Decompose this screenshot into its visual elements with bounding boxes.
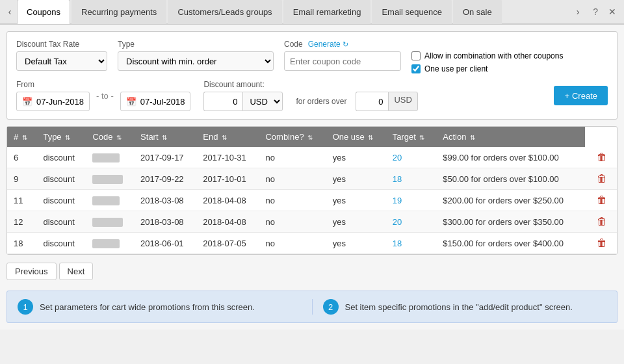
col-type[interactable]: Type ⇅ bbox=[36, 127, 86, 147]
cell-type: discount bbox=[36, 168, 86, 190]
calendar-icon-from: 📅 bbox=[22, 97, 32, 107]
discount-amount-input[interactable] bbox=[203, 92, 242, 111]
cell-start: 2018-03-08 bbox=[134, 190, 196, 211]
discount-amount-group: Discount amount: USD bbox=[203, 80, 283, 111]
col-action[interactable]: Action ⇅ bbox=[436, 127, 585, 147]
delete-icon[interactable]: 🗑 bbox=[597, 151, 607, 162]
from-date-value: 07-Jun-2018 bbox=[36, 97, 84, 107]
cell-target[interactable]: 20 bbox=[386, 147, 437, 168]
tab-email-sequence[interactable]: Email sequence bbox=[372, 0, 452, 24]
coupons-table: # ⇅Type ⇅Code ⇅Start ⇅End ⇅Combine? ⇅One… bbox=[7, 127, 617, 254]
cell-delete: 🗑 bbox=[585, 233, 617, 254]
cell-delete: 🗑 bbox=[585, 168, 617, 190]
date-separator: - to - bbox=[96, 91, 114, 101]
checkboxes-group: Allow in combination with other coupons … bbox=[411, 51, 563, 73]
info-item-1: 1 Set parameters for cart wide promotion… bbox=[18, 299, 302, 315]
type-group: Type Discount with min. order bbox=[118, 40, 274, 71]
col-start[interactable]: Start ⇅ bbox=[134, 127, 196, 147]
cell-delete: 🗑 bbox=[585, 147, 617, 168]
cell-one_use: yes bbox=[326, 233, 386, 254]
main-content: Discount Tax Rate Default Tax Type Disco… bbox=[0, 25, 624, 330]
orders-over-currency: USD bbox=[388, 92, 417, 111]
one-use-label: One use per client bbox=[424, 64, 488, 73]
allow-combination-checkbox[interactable] bbox=[411, 51, 421, 60]
next-button[interactable]: Next bbox=[59, 263, 94, 280]
cell-combine: no bbox=[259, 233, 326, 254]
table-row: 11discount••••••••••2018-03-082018-04-08… bbox=[7, 190, 617, 211]
delete-icon[interactable]: 🗑 bbox=[597, 194, 607, 205]
cell-one_use: yes bbox=[326, 147, 386, 168]
from-group: From 📅 07-Jun-2018 bbox=[16, 80, 90, 111]
code-label: Code bbox=[284, 40, 303, 49]
table-row: 12discount•••••••••••2018-03-082018-04-0… bbox=[7, 211, 617, 233]
cell-action: $99.00 for orders over $100.00 bbox=[436, 147, 585, 168]
form-panel: Discount Tax Rate Default Tax Type Disco… bbox=[6, 31, 618, 120]
cell-start: 2017-09-17 bbox=[134, 147, 196, 168]
col-target[interactable]: Target ⇅ bbox=[386, 127, 437, 147]
delete-icon[interactable]: 🗑 bbox=[597, 237, 607, 248]
cell-target[interactable]: 18 bbox=[386, 233, 437, 254]
one-use-checkbox[interactable] bbox=[411, 64, 421, 73]
form-row-2: From 📅 07-Jun-2018 - to - 📅 07-Jul-2018 … bbox=[16, 80, 608, 111]
col-code[interactable]: Code ⇅ bbox=[86, 127, 134, 147]
pagination: Previous Next bbox=[6, 260, 618, 285]
cell-end: 2018-04-08 bbox=[196, 190, 259, 211]
cell-start: 2018-06-01 bbox=[134, 233, 196, 254]
plus-icon: + bbox=[564, 91, 569, 101]
discount-amount-label: Discount amount: bbox=[203, 80, 283, 89]
amount-row: USD bbox=[203, 92, 283, 111]
sort-icon-combine: ⇅ bbox=[307, 134, 313, 141]
table-row: 18discount••••••••••2018-06-012018-07-05… bbox=[7, 233, 617, 254]
tab-coupons[interactable]: Coupons bbox=[17, 0, 70, 24]
coupons-table-wrap: # ⇅Type ⇅Code ⇅Start ⇅End ⇅Combine? ⇅One… bbox=[6, 126, 618, 255]
cell-one_use: yes bbox=[326, 168, 386, 190]
discount-tax-rate-select[interactable]: Default Tax bbox=[16, 51, 107, 71]
info-text-1: Set parameters for cart wide promotions … bbox=[40, 302, 255, 312]
delete-icon[interactable]: 🗑 bbox=[597, 216, 607, 227]
cell-id: 12 bbox=[7, 211, 36, 233]
currency-select[interactable]: USD bbox=[242, 92, 283, 111]
tab-on-sale[interactable]: On sale bbox=[453, 0, 502, 24]
orders-over-input[interactable] bbox=[356, 92, 388, 111]
cell-id: 11 bbox=[7, 190, 36, 211]
delete-icon[interactable]: 🗑 bbox=[597, 173, 607, 184]
orders-over-row: USD bbox=[356, 92, 417, 111]
cell-target[interactable]: 20 bbox=[386, 211, 437, 233]
cell-combine: no bbox=[259, 190, 326, 211]
info-divider bbox=[312, 299, 313, 315]
from-date-input[interactable]: 📅 07-Jun-2018 bbox=[16, 92, 90, 111]
tab-customers-leads-groups[interactable]: Customers/Leads groups bbox=[168, 0, 281, 24]
tab-recurring-payments[interactable]: Recurring payments bbox=[72, 0, 166, 24]
cell-start: 2017-09-22 bbox=[134, 168, 196, 190]
info-text-2: Set item specific promotions in the "add… bbox=[345, 302, 573, 312]
sort-icon-end: ⇅ bbox=[222, 134, 227, 141]
type-select[interactable]: Discount with min. order bbox=[118, 51, 274, 71]
cell-target[interactable]: 19 bbox=[386, 190, 437, 211]
cell-delete: 🗑 bbox=[585, 211, 617, 233]
form-row-1: Discount Tax Rate Default Tax Type Disco… bbox=[16, 40, 608, 73]
tab-email-remarketing[interactable]: Email remarketing bbox=[283, 0, 371, 24]
to-date-input[interactable]: 📅 07-Jul-2018 bbox=[120, 92, 191, 111]
cell-code: •••••••••• bbox=[86, 190, 134, 211]
help-button[interactable]: ? bbox=[590, 5, 601, 18]
close-button[interactable]: ✕ bbox=[606, 5, 619, 18]
col-one_use[interactable]: One use ⇅ bbox=[326, 127, 386, 147]
col-combine[interactable]: Combine? ⇅ bbox=[259, 127, 326, 147]
sort-icon-code: ⇅ bbox=[116, 134, 122, 141]
orders-over-label: for orders over bbox=[296, 97, 346, 106]
create-button[interactable]: + Create bbox=[554, 86, 608, 105]
cell-target[interactable]: 18 bbox=[386, 168, 437, 190]
generate-link[interactable]: Generate ↻ bbox=[308, 40, 348, 49]
cell-code: ••••••••••• bbox=[86, 168, 134, 190]
code-input[interactable] bbox=[284, 51, 401, 71]
tab-scroll-right[interactable]: › bbox=[571, 0, 585, 24]
cell-code: •••••••••• bbox=[86, 147, 134, 168]
col-id[interactable]: # ⇅ bbox=[7, 127, 36, 147]
col-end[interactable]: End ⇅ bbox=[196, 127, 259, 147]
sort-icon-one_use: ⇅ bbox=[368, 134, 373, 141]
tab-scroll-left[interactable]: ‹ bbox=[3, 0, 17, 24]
info-item-2: 2 Set item specific promotions in the "a… bbox=[323, 299, 607, 315]
previous-button[interactable]: Previous bbox=[6, 263, 57, 280]
cell-combine: no bbox=[259, 168, 326, 190]
tabs-container: CouponsRecurring paymentsCustomers/Leads… bbox=[17, 0, 503, 24]
